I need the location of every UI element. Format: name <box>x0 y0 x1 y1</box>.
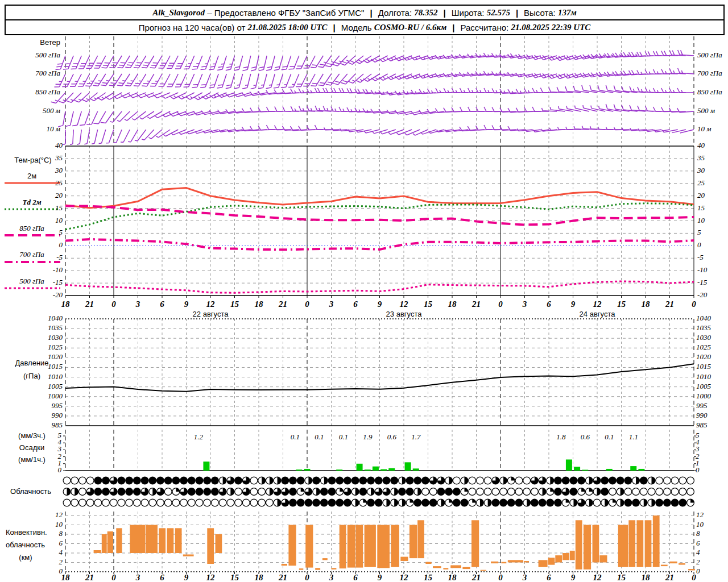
convective-cloud-bar <box>562 553 569 560</box>
cloud-cover-fraction <box>230 488 234 496</box>
wind-barb <box>379 52 396 63</box>
hour-tick-label: 15 <box>225 300 245 309</box>
precip-3h-value: 1.9 <box>357 433 378 441</box>
wind-barb <box>341 70 355 85</box>
temp-ytick-right: 40 <box>697 142 723 149</box>
wind-barb-glyph <box>242 55 250 72</box>
wind-level-label-left: 500 гПа <box>17 51 60 59</box>
pressure-ytick-right: 1035 <box>696 324 723 332</box>
convective-cloud-bar <box>305 525 313 568</box>
cloud-cover-circle <box>429 499 437 506</box>
temp-ytick-left: 25 <box>36 179 63 187</box>
wind-barb <box>175 72 187 89</box>
wind-barb <box>340 127 355 131</box>
wind-barb-glyph <box>84 129 89 144</box>
wind-barb <box>387 52 404 62</box>
bottom-hour-tick-label: 15 <box>419 573 438 582</box>
date-label: 23 августа <box>378 310 429 318</box>
wind-barb <box>217 55 226 72</box>
wind-barb-glyph <box>606 127 622 130</box>
wind-barb-glyph <box>150 53 162 70</box>
cloud-cover-circle <box>227 499 234 506</box>
cloud-cover-circle <box>515 477 523 484</box>
wind-barb <box>251 73 259 90</box>
header-line-1: Alk_Slavgorod – Предоставлено ФГБУ "ЗапС… <box>6 6 723 20</box>
hour-tick-label: 12 <box>588 300 607 309</box>
convective-title-line3: (км) <box>6 554 46 562</box>
bottom-hour-tick-label: 0 <box>104 573 123 582</box>
bottom-hour-tick-label: 0 <box>491 573 510 582</box>
wind-barb-glyph <box>421 127 436 135</box>
cloud-cover-circle <box>453 488 460 496</box>
pressure-ytick-right: 1020 <box>696 353 723 361</box>
cloud-cover-circle <box>570 477 577 484</box>
cloud-cover-fraction <box>324 477 328 484</box>
convective-cloud-bar <box>628 520 635 567</box>
cloud-cover-circle <box>624 499 632 506</box>
cloud-cover-fraction <box>176 488 179 492</box>
wind-barb <box>142 128 154 141</box>
wind-barb <box>121 128 130 143</box>
wind-barb <box>97 89 114 101</box>
wind-barb-glyph <box>395 70 412 81</box>
cloud-cover-circle <box>663 477 671 484</box>
station-name: Alk_Slavgorod <box>152 8 205 18</box>
cloud-cover-circle <box>219 499 226 506</box>
wind-barb-glyph <box>159 53 171 70</box>
wind-barb <box>203 127 218 134</box>
pressure-ytick-left: 1040 <box>35 314 63 322</box>
wind-barb <box>363 52 379 64</box>
cloud-cover-fraction <box>550 477 553 484</box>
cloud-cover-fraction <box>480 499 483 506</box>
convective-cloud-bar <box>688 569 695 571</box>
computed-label: Рассчитано: <box>460 23 508 32</box>
wind-barb <box>266 55 275 72</box>
convective-cloud-bar <box>102 534 107 553</box>
wind-barb <box>142 53 154 70</box>
hour-tick-label: 9 <box>177 300 196 309</box>
pressure-ytick-left: 1000 <box>35 392 63 400</box>
cloud-cover-fraction <box>278 477 281 484</box>
convective-cloud-bar <box>167 528 174 553</box>
bottom-hour-tick-label: 15 <box>225 573 245 582</box>
wind-barb-glyph <box>184 72 195 89</box>
wind-barb-glyph <box>134 72 146 88</box>
cloud-cover-circle <box>336 499 344 506</box>
forecast-start-value: 21.08.2025 18:00 UTC <box>248 23 328 32</box>
wind-barb <box>92 129 97 144</box>
cloud-cover-fraction <box>589 499 593 506</box>
convective-cloud-bar <box>471 520 479 567</box>
cloud-cover-circle <box>149 477 156 484</box>
cloud-cover-circle <box>523 477 531 484</box>
convective-cloud-bar <box>593 525 599 563</box>
cloud-cover-circle <box>204 499 211 506</box>
bottom-hour-tick-label: 6 <box>539 573 559 582</box>
wind-barb-glyph <box>355 88 371 94</box>
cloud-cover-circle <box>375 477 382 484</box>
cloud-cover-circle <box>601 488 609 496</box>
cloud-cover-circle <box>344 499 351 506</box>
wind-barb-glyph <box>282 125 299 131</box>
convective-cloud-bar <box>410 525 417 559</box>
hour-tick-label: 15 <box>612 300 631 309</box>
wind-level-label-right: 500 гПа <box>697 51 728 59</box>
wind-barb <box>251 55 259 72</box>
pressure-ytick-right: 1025 <box>696 343 723 351</box>
cloud-cover-circle <box>63 499 71 506</box>
cloud-cover-circle <box>212 488 219 496</box>
wind-barb <box>72 110 81 127</box>
hour-tick-label: 0 <box>684 300 704 309</box>
cloud-cover-circle <box>515 499 523 506</box>
hour-tick-label: 3 <box>129 300 148 309</box>
wind-barb <box>266 73 275 90</box>
wind-barb <box>614 127 630 130</box>
pressure-ytick-left: 1010 <box>35 373 63 381</box>
wind-barb-glyph <box>251 73 259 90</box>
wind-barb-glyph <box>677 50 694 56</box>
precip-3h-value: 1.7 <box>406 433 426 441</box>
convective-cloud-bar <box>501 562 506 564</box>
cloud-cover-circle <box>79 488 86 496</box>
temp-ytick-right: -20 <box>697 291 723 299</box>
wind-barb-glyph <box>117 72 130 88</box>
cloud-cover-circle <box>188 499 195 506</box>
